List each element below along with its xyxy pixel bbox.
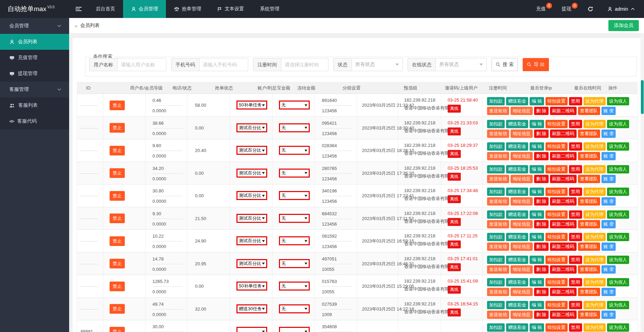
action-button[interactable]: 账 变 — [601, 220, 616, 228]
action-button[interactable]: 设为代理 — [584, 210, 606, 219]
group-select[interactable]: 无 — [279, 101, 310, 110]
nav-item-members[interactable]: 会员管理 — [123, 0, 166, 18]
action-button[interactable]: 删 除 — [534, 107, 549, 115]
action-button[interactable]: 加扣款 — [487, 165, 505, 173]
action-button[interactable]: 刷新二维码 — [550, 265, 577, 274]
action-button[interactable]: 删 除 — [534, 220, 549, 228]
action-button[interactable]: 发送短信 — [487, 152, 509, 160]
nav-item-text-settings[interactable]: 文本设置 — [209, 0, 252, 18]
nav-item-orders[interactable]: 抢单管理 — [166, 0, 209, 18]
ban-button[interactable]: 禁止 — [110, 282, 125, 291]
online-status-select[interactable]: 所有状态 — [436, 58, 486, 71]
action-button[interactable]: 暗扣设置 — [545, 142, 568, 151]
action-button[interactable]: 设为假人 — [607, 210, 629, 219]
action-button[interactable]: 地址信息 — [511, 311, 533, 319]
action-button[interactable]: 刷新二维码 — [550, 175, 577, 183]
action-button[interactable]: 删 除 — [534, 175, 549, 183]
action-button[interactable]: 查看团队 — [578, 197, 600, 206]
action-button[interactable]: 禁用 — [569, 301, 582, 309]
nav-item-system[interactable]: 系统管理 — [252, 0, 287, 18]
action-button[interactable]: 发送短信 — [487, 288, 509, 296]
action-button[interactable]: 刷新二维码 — [550, 107, 577, 115]
action-button[interactable]: 地址信息 — [511, 265, 533, 274]
action-button[interactable]: 设为假人 — [607, 233, 629, 241]
recharge-shortcut[interactable]: 充值 0 — [536, 6, 546, 12]
action-button[interactable]: 地址信息 — [511, 107, 533, 115]
task-select[interactable] — [236, 327, 267, 332]
action-button[interactable]: 设为代理 — [584, 120, 606, 128]
action-button[interactable]: 编 辑 — [530, 120, 544, 128]
action-button[interactable]: 禁用 — [569, 97, 582, 105]
action-button[interactable]: 刷新二维码 — [550, 288, 577, 296]
scrollbar-thumb[interactable] — [641, 80, 644, 114]
action-button[interactable]: 禁用 — [569, 142, 582, 151]
ban-button[interactable]: 禁止 — [110, 191, 125, 201]
action-button[interactable]: 发送短信 — [487, 265, 509, 274]
withdraw-shortcut[interactable]: 提现 0 — [562, 6, 571, 12]
action-button[interactable]: 设为代理 — [584, 142, 606, 151]
action-button[interactable]: 地址信息 — [511, 152, 533, 160]
action-button[interactable]: 赠送彩金 — [506, 165, 528, 173]
action-button[interactable]: 刷新二维码 — [550, 197, 577, 206]
task-select[interactable]: 测试百分比 — [236, 236, 267, 245]
ban-button[interactable]: 禁止 — [110, 101, 125, 110]
action-button[interactable]: 赠送彩金 — [506, 120, 528, 128]
action-button[interactable]: 编 辑 — [530, 97, 544, 105]
action-button[interactable]: 刷新二维码 — [550, 243, 577, 251]
action-button[interactable]: 编 辑 — [530, 256, 544, 264]
sidebar-item-support-code[interactable]: </> 客服代码 — [0, 113, 69, 129]
action-button[interactable]: 查看团队 — [578, 107, 600, 115]
action-button[interactable]: 赠送彩金 — [506, 233, 528, 241]
action-button[interactable]: 查看团队 — [578, 265, 600, 274]
ban-button[interactable]: 禁止 — [110, 236, 125, 246]
task-select[interactable]: 测试百分比 — [236, 259, 267, 268]
action-button[interactable]: 禁用 — [569, 233, 582, 241]
action-button[interactable]: 删 除 — [534, 197, 549, 206]
action-button[interactable]: 查看团队 — [578, 152, 600, 160]
action-button[interactable]: 设为代理 — [584, 188, 606, 196]
action-button[interactable]: 设为假人 — [607, 188, 629, 196]
action-button[interactable]: 编 辑 — [530, 323, 544, 332]
sidebar-section-members[interactable]: 会员管理 — [0, 18, 69, 34]
action-button[interactable]: 查看团队 — [578, 243, 600, 251]
action-button[interactable]: 编 辑 — [530, 233, 544, 241]
group-select[interactable] — [279, 327, 310, 332]
action-button[interactable]: 禁用 — [569, 256, 582, 264]
action-button[interactable]: 禁用 — [569, 278, 582, 286]
action-button[interactable]: 删 除 — [534, 265, 549, 274]
action-button[interactable]: 删 除 — [534, 311, 549, 319]
action-button[interactable]: 地址信息 — [511, 243, 533, 251]
ban-button[interactable]: 禁止 — [110, 259, 125, 268]
action-button[interactable]: 查看团队 — [578, 220, 600, 228]
action-button[interactable]: 加扣款 — [487, 233, 505, 241]
hamburger-menu-icon[interactable] — [69, 0, 88, 18]
action-button[interactable]: 禁用 — [569, 120, 582, 128]
action-button[interactable]: 发送短信 — [487, 130, 509, 138]
sidebar-item-recharge[interactable]: 充值管理 — [0, 50, 69, 66]
action-button[interactable]: 账 变 — [601, 265, 616, 274]
ban-button[interactable]: 禁止 — [110, 123, 125, 133]
action-button[interactable]: 刷新二维码 — [550, 152, 577, 160]
action-button[interactable]: 暗扣设置 — [545, 301, 568, 309]
ban-button[interactable]: 禁止 — [110, 214, 125, 223]
action-button[interactable]: 删 除 — [534, 243, 549, 251]
action-button[interactable]: 编 辑 — [530, 301, 544, 309]
action-button[interactable]: 设为假人 — [607, 278, 629, 286]
ban-button[interactable]: 禁止 — [110, 327, 125, 332]
action-button[interactable]: 设为假人 — [607, 97, 629, 105]
action-button[interactable]: 查看团队 — [578, 175, 600, 183]
action-button[interactable]: 地址信息 — [511, 197, 533, 206]
action-button[interactable]: 设为假人 — [607, 165, 629, 173]
username-input[interactable] — [118, 58, 166, 71]
nav-item-home[interactable]: 后台首页 — [88, 0, 123, 18]
action-button[interactable]: 暗扣设置 — [545, 278, 568, 286]
action-button[interactable]: 加扣款 — [487, 256, 505, 264]
action-button[interactable]: 赠送彩金 — [506, 188, 528, 196]
action-button[interactable]: 暗扣设置 — [545, 188, 568, 196]
action-button[interactable]: 暗扣设置 — [545, 210, 568, 219]
action-button[interactable]: 账 变 — [601, 130, 616, 138]
action-button[interactable]: 加扣款 — [487, 278, 505, 286]
action-button[interactable]: 暗扣设置 — [545, 165, 568, 173]
action-button[interactable]: 加扣款 — [487, 210, 505, 219]
action-button[interactable]: 删 除 — [534, 288, 549, 296]
